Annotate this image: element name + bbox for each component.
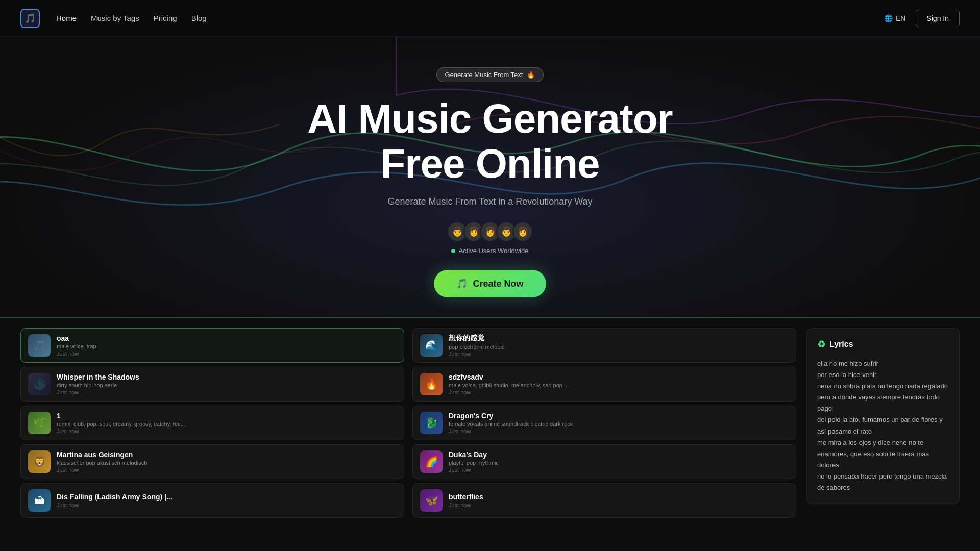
create-now-button[interactable]: 🎵 Create Now	[434, 270, 546, 297]
hero-subtitle: Generate Music From Text in a Revolution…	[307, 196, 673, 207]
music-time: Just now	[57, 389, 397, 395]
music-item[interactable]: 🌊 想你的感觉 pop electronic melodic Just now	[412, 328, 796, 363]
logo[interactable]: 🎵	[20, 9, 40, 28]
music-name: 想你的感觉	[449, 334, 789, 343]
hero-title-line2: Free Online	[380, 141, 599, 186]
music-item[interactable]: 🐉 Dragon's Cry female vocals anime sound…	[412, 406, 796, 440]
music-note-icon: 🎵	[456, 278, 468, 289]
music-info: Dis Falling (Ladish Army Song) |... Just…	[57, 493, 397, 508]
language-button[interactable]: 🌐 EN	[884, 14, 905, 22]
music-name: oaa	[57, 334, 397, 342]
music-name: butterflies	[449, 493, 789, 501]
music-thumbnail: 🌑	[28, 373, 51, 395]
music-tags: klassischer pop akustisch melodisch	[57, 460, 397, 466]
nav-music-by-tags[interactable]: Music by Tags	[91, 14, 139, 22]
music-thumbnail: 🐉	[420, 412, 443, 434]
nav-home[interactable]: Home	[56, 14, 77, 22]
active-users-row: Active Users Worldwide	[307, 247, 673, 255]
lyrics-line: me mira a los ojos y dice nene no te ena…	[817, 437, 949, 471]
music-tags: dirty south hip-hop eerie	[57, 382, 397, 388]
lyrics-panel: ♻ Lyrics ella no me hizo sufrirpor eso l…	[806, 328, 960, 504]
avatars-row: 👨 👩 👩 👨 👩	[307, 221, 673, 242]
badge-text: Generate Music From Text	[445, 71, 523, 79]
music-time: Just now	[57, 502, 397, 508]
hero-title: AI Music Generator Free Online	[307, 96, 673, 186]
music-list-right: 🌊 想你的感觉 pop electronic melodic Just now …	[412, 328, 796, 518]
music-name: Duka's Day	[449, 450, 789, 459]
nav-pricing[interactable]: Pricing	[154, 14, 177, 22]
music-tags: male voice, ghibli studio, melancholy, s…	[449, 382, 789, 388]
music-name: Martina aus Geisingen	[57, 450, 397, 459]
nav-right: 🌐 EN Sign In	[884, 10, 960, 27]
hero-content: Generate Music From Text 🔥 AI Music Gene…	[307, 67, 673, 297]
music-tags: female vocals anime soundtrack electric …	[449, 421, 789, 427]
lyrics-line: por eso la hice venir	[817, 369, 949, 381]
music-thumbnail: 🌿	[28, 412, 51, 434]
music-thumbnail: 🌈	[420, 450, 443, 473]
hero-section: Generate Music From Text 🔥 AI Music Gene…	[0, 37, 980, 318]
music-thumbnail: 🔥	[420, 373, 443, 395]
music-time: Just now	[449, 428, 789, 434]
music-item[interactable]: 🦋 butterflies Just now	[412, 483, 796, 518]
active-users-label: Active Users Worldwide	[458, 247, 528, 255]
music-name: 1	[57, 412, 397, 420]
music-name: Dragon's Cry	[449, 412, 789, 420]
music-tags: playful pop rhythmic	[449, 460, 789, 466]
music-thumbnail: 🏔	[28, 489, 51, 512]
music-info: Martina aus Geisingen klassischer pop ak…	[57, 450, 397, 473]
music-tags: remix, club, pop, soul, dreamy, groovy, …	[57, 421, 397, 427]
music-info: sdzfvsadv male voice, ghibli studio, mel…	[449, 373, 789, 395]
music-time: Just now	[57, 428, 397, 434]
hero-title-line1: AI Music Generator	[307, 96, 673, 141]
music-panel: 🎵 oaa male voice, trap Just now 🌑 Whispe…	[20, 328, 796, 518]
lyrics-icon: ♻	[817, 339, 825, 350]
music-thumbnail: 🦁	[28, 450, 51, 473]
nav-links: Home Music by Tags Pricing Blog	[56, 14, 207, 22]
music-name: Whisper in the Shadows	[57, 373, 397, 381]
music-name: Dis Falling (Ladish Army Song) |...	[57, 493, 397, 501]
music-item[interactable]: 🦁 Martina aus Geisingen klassischer pop …	[20, 444, 404, 479]
music-info: Dragon's Cry female vocals anime soundtr…	[449, 412, 789, 434]
music-time: Just now	[449, 502, 789, 508]
lyrics-header: ♻ Lyrics	[817, 339, 949, 350]
music-item[interactable]: 🎵 oaa male voice, trap Just now	[20, 328, 404, 363]
bottom-section: 🎵 oaa male voice, trap Just now 🌑 Whispe…	[0, 318, 980, 533]
music-time: Just now	[449, 351, 789, 357]
online-indicator	[451, 249, 455, 253]
logo-icon: 🎵	[20, 9, 40, 28]
navbar: 🎵 Home Music by Tags Pricing Blog 🌐 EN S…	[0, 0, 980, 37]
nav-left: 🎵 Home Music by Tags Pricing Blog	[20, 9, 207, 28]
create-btn-label: Create Now	[473, 279, 523, 289]
avatar: 👩	[512, 221, 533, 242]
globe-icon: 🌐	[884, 14, 893, 22]
music-name: sdzfvsadv	[449, 373, 789, 381]
lang-label: EN	[896, 14, 905, 22]
lyrics-line: pero a dónde vayas siempre tendrás todo …	[817, 392, 949, 414]
music-thumbnail: 🎵	[28, 334, 51, 357]
music-info: butterflies Just now	[449, 493, 789, 508]
music-item[interactable]: 🔥 sdzfvsadv male voice, ghibli studio, m…	[412, 367, 796, 402]
music-thumbnail: 🦋	[420, 489, 443, 512]
music-item[interactable]: 🌈 Duka's Day playful pop rhythmic Just n…	[412, 444, 796, 479]
music-info: 想你的感觉 pop electronic melodic Just now	[449, 334, 789, 357]
music-item[interactable]: 🏔 Dis Falling (Ladish Army Song) |... Ju…	[20, 483, 404, 518]
sign-in-button[interactable]: Sign In	[916, 10, 960, 27]
music-item[interactable]: 🌑 Whisper in the Shadows dirty south hip…	[20, 367, 404, 402]
hero-badge[interactable]: Generate Music From Text 🔥	[436, 67, 544, 82]
music-thumbnail: 🌊	[420, 334, 443, 357]
lyrics-content: ella no me hizo sufrirpor eso la hice ve…	[817, 358, 949, 493]
nav-blog[interactable]: Blog	[191, 14, 207, 22]
lyrics-line: ella no me hizo sufrir	[817, 358, 949, 369]
lyrics-line: nena no sobra plata no tengo nada regala…	[817, 381, 949, 392]
music-info: oaa male voice, trap Just now	[57, 334, 397, 357]
music-info: 1 remix, club, pop, soul, dreamy, groovy…	[57, 412, 397, 434]
music-list-left: 🎵 oaa male voice, trap Just now 🌑 Whispe…	[20, 328, 404, 518]
music-info: Whisper in the Shadows dirty south hip-h…	[57, 373, 397, 395]
lyrics-line: del pelo la ato, fumamos un par de flore…	[817, 414, 949, 437]
lyrics-line: no lo pensaba hacer pero tengo una mezcl…	[817, 471, 949, 493]
music-item[interactable]: 🌿 1 remix, club, pop, soul, dreamy, groo…	[20, 406, 404, 440]
fire-icon: 🔥	[527, 71, 535, 79]
music-time: Just now	[57, 350, 397, 357]
music-tags: pop electronic melodic	[449, 344, 789, 350]
lyrics-title: Lyrics	[829, 340, 853, 349]
